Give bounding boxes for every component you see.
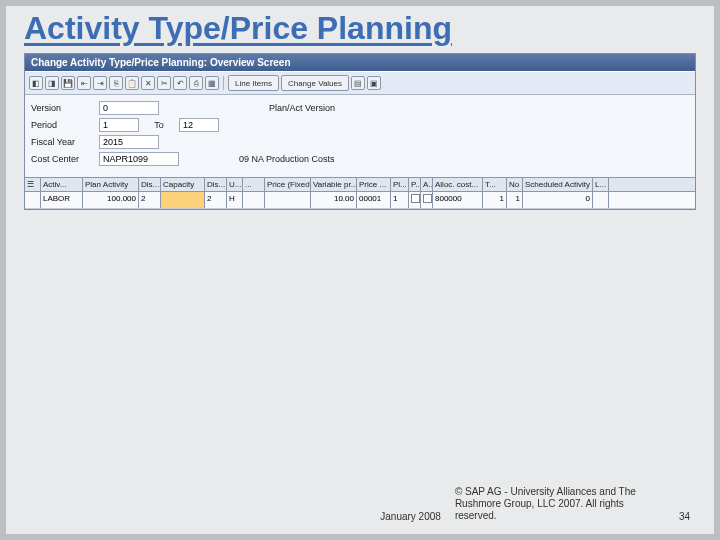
page-title: Activity Type/Price Planning bbox=[24, 10, 696, 47]
selection-fields: Version Plan/Act Version Period To Fisca… bbox=[25, 95, 695, 177]
planact-label: Plan/Act Version bbox=[269, 103, 335, 113]
a-checkbox[interactable] bbox=[423, 194, 432, 203]
col-price-fixed[interactable]: Price (Fixed) bbox=[265, 178, 311, 191]
period-label: Period bbox=[31, 120, 99, 130]
p-checkbox[interactable] bbox=[411, 194, 420, 203]
col-pl[interactable]: Pl... bbox=[391, 178, 409, 191]
col-t[interactable]: T... bbox=[483, 178, 507, 191]
footer-date: January 2008 bbox=[380, 511, 441, 522]
fiscal-year-input[interactable] bbox=[99, 135, 159, 149]
col-sched[interactable]: Scheduled Activity bbox=[523, 178, 593, 191]
period-screen-icon[interactable]: ◨ bbox=[45, 76, 59, 90]
cell-l[interactable] bbox=[593, 192, 609, 208]
col-price-unit[interactable]: Price ... bbox=[357, 178, 391, 191]
cell-dist2[interactable]: 2 bbox=[205, 192, 227, 208]
delete-icon[interactable]: ✕ bbox=[141, 76, 155, 90]
col-a[interactable]: A... bbox=[421, 178, 433, 191]
cell-a[interactable] bbox=[421, 192, 433, 208]
cell-sched[interactable]: 0 bbox=[523, 192, 593, 208]
paste-icon[interactable]: 📋 bbox=[125, 76, 139, 90]
cell-alloc[interactable]: 800000 bbox=[433, 192, 483, 208]
col-blank[interactable]: ... bbox=[243, 178, 265, 191]
cell-price-unit[interactable]: 00001 bbox=[357, 192, 391, 208]
cost-center-desc: 09 NA Production Costs bbox=[239, 154, 335, 164]
grid-header: ☰ Activ... Plan Activity Dis... Capacity… bbox=[25, 178, 695, 192]
period-to-input[interactable] bbox=[179, 118, 219, 132]
col-l[interactable]: L... bbox=[593, 178, 609, 191]
cell-blank[interactable] bbox=[243, 192, 265, 208]
overview-icon[interactable]: ◧ bbox=[29, 76, 43, 90]
col-status[interactable]: ☰ bbox=[25, 178, 41, 191]
col-actv[interactable]: Activ... bbox=[41, 178, 83, 191]
change-values-button[interactable]: Change Values bbox=[281, 75, 349, 91]
cell-eq[interactable]: 1 bbox=[483, 192, 507, 208]
period-to-label: To bbox=[139, 120, 179, 130]
col-plan-activity[interactable]: Plan Activity bbox=[83, 178, 139, 191]
col-dist2[interactable]: Dis... bbox=[205, 178, 227, 191]
cost-center-label: Cost Center bbox=[31, 154, 99, 164]
spreadsheet-icon[interactable]: ▤ bbox=[351, 76, 365, 90]
col-var-price[interactable]: Variable pr... bbox=[311, 178, 357, 191]
activity-grid: ☰ Activ... Plan Activity Dis... Capacity… bbox=[25, 177, 695, 209]
version-input[interactable] bbox=[99, 101, 159, 115]
cell-dist1[interactable]: 2 bbox=[139, 192, 161, 208]
footer: January 2008 © SAP AG - University Allia… bbox=[6, 486, 714, 522]
cell-capacity[interactable] bbox=[161, 192, 205, 208]
next-icon[interactable]: ⇥ bbox=[93, 76, 107, 90]
cell-no[interactable]: 1 bbox=[507, 192, 523, 208]
version-label: Version bbox=[31, 103, 99, 113]
more-icon[interactable]: ▣ bbox=[367, 76, 381, 90]
footer-page: 34 bbox=[679, 511, 690, 522]
cell-actv[interactable]: LABOR bbox=[41, 192, 83, 208]
previous-icon[interactable]: ⇤ bbox=[77, 76, 91, 90]
save-icon[interactable]: 💾 bbox=[61, 76, 75, 90]
period-from-input[interactable] bbox=[99, 118, 139, 132]
capacity-input[interactable] bbox=[163, 194, 202, 206]
cut-icon[interactable]: ✂ bbox=[157, 76, 171, 90]
fiscal-year-label: Fiscal Year bbox=[31, 137, 99, 147]
cell-uom[interactable]: H bbox=[227, 192, 243, 208]
line-items-button[interactable]: Line Items bbox=[228, 75, 279, 91]
print-icon[interactable]: ⎙ bbox=[189, 76, 203, 90]
row-status[interactable] bbox=[25, 192, 41, 208]
col-capacity[interactable]: Capacity bbox=[161, 178, 205, 191]
cell-price-fixed[interactable] bbox=[265, 192, 311, 208]
cell-p[interactable] bbox=[409, 192, 421, 208]
col-dist1[interactable]: Dis... bbox=[139, 178, 161, 191]
col-alloc[interactable]: Alloc. cost... bbox=[433, 178, 483, 191]
toolbar: ◧ ◨ 💾 ⇤ ⇥ ⎘ 📋 ✕ ✂ ↶ ⎙ ▦ Line Items Chang… bbox=[25, 71, 695, 95]
undo-icon[interactable]: ↶ bbox=[173, 76, 187, 90]
footer-copyright: © SAP AG - University Alliances and The … bbox=[455, 486, 665, 522]
cell-var-price[interactable]: 10.00 bbox=[311, 192, 357, 208]
sap-window: Change Activity Type/Price Planning: Ove… bbox=[24, 53, 696, 210]
cost-center-input[interactable] bbox=[99, 152, 179, 166]
cell-pl[interactable]: 1 bbox=[391, 192, 409, 208]
select-all-icon[interactable]: ▦ bbox=[205, 76, 219, 90]
col-uom[interactable]: U... bbox=[227, 178, 243, 191]
copy-icon[interactable]: ⎘ bbox=[109, 76, 123, 90]
table-row: LABOR 100.000 2 2 H 10.00 00001 1 800000… bbox=[25, 192, 695, 209]
col-p[interactable]: P... bbox=[409, 178, 421, 191]
cell-plan-activity[interactable]: 100.000 bbox=[83, 192, 139, 208]
window-titlebar: Change Activity Type/Price Planning: Ove… bbox=[25, 54, 695, 71]
separator bbox=[223, 76, 224, 90]
col-eq[interactable]: No bbox=[507, 178, 523, 191]
